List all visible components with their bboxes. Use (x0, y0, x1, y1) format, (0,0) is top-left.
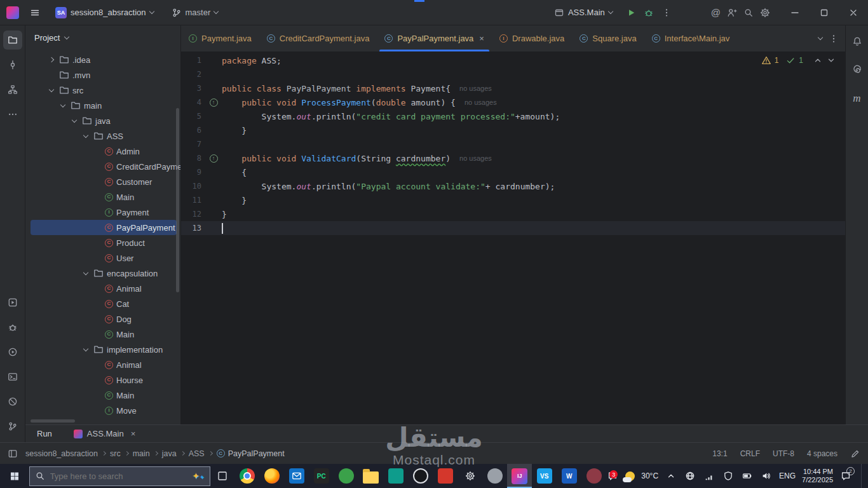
code-with-me-icon[interactable] (727, 8, 737, 18)
taskbar-app-mail[interactable] (284, 464, 309, 488)
caret-position[interactable]: 13:1 (712, 449, 727, 458)
tree-item-encapsulation[interactable]: encapsulation (25, 266, 180, 281)
edit-mode-icon[interactable] (850, 449, 860, 459)
tree-item-main[interactable]: CMain (25, 327, 180, 342)
run-tab-ass-main[interactable]: ASS.Main × (74, 429, 135, 438)
project-widget[interactable]: SA session8_absraction (50, 3, 159, 22)
tree-item-move[interactable]: IMove (25, 403, 180, 418)
tray-app-badge[interactable]: 3 (606, 468, 619, 484)
debug-tool-button[interactable] (3, 318, 22, 337)
taskbar-app-chrome[interactable] (234, 464, 259, 488)
tree-item-java[interactable]: java (25, 113, 180, 128)
search-input[interactable] (50, 471, 187, 481)
editor-tab-creditcardpayment-java[interactable]: CCreditCardPayment.java (259, 25, 377, 51)
taskbar-app-word[interactable]: W (557, 464, 581, 488)
file-encoding[interactable]: UTF-8 (773, 449, 794, 458)
previous-problem-icon[interactable] (813, 55, 823, 65)
taskbar-app-gray-app[interactable] (482, 464, 507, 488)
structure-tool-button[interactable] (3, 80, 22, 99)
debug-button[interactable] (644, 8, 654, 18)
tree-item-admin[interactable]: CAdmin (25, 144, 180, 159)
chevron-down-icon[interactable] (47, 90, 56, 92)
taskbar-app-red-app[interactable] (433, 464, 458, 488)
code-line-11[interactable]: 11 } (181, 193, 845, 207)
tree-item-animal[interactable]: CAnimal (25, 357, 180, 372)
chevron-down-icon[interactable] (70, 120, 79, 122)
tree-item-main[interactable]: CMain (25, 189, 180, 205)
taskbar-app-green-app[interactable] (334, 464, 358, 488)
code-line-10[interactable]: 10 System.out.println("Paypal account va… (181, 179, 845, 193)
start-button[interactable] (0, 464, 29, 488)
code-line-1[interactable]: 1package ASS; (181, 53, 845, 67)
chevron-right-icon[interactable] (47, 58, 56, 62)
project-panel-header[interactable]: Project (25, 25, 180, 50)
taskbar-app-intellij-idea[interactable]: IJ (507, 464, 532, 488)
tree-item-hourse[interactable]: CHourse (25, 372, 180, 388)
dependencies-button[interactable] (848, 60, 867, 79)
weather-icon[interactable] (625, 471, 635, 481)
tree-item-main[interactable]: main (25, 98, 180, 113)
taskbar-app-maroon-app[interactable] (581, 464, 606, 488)
taskbar-app-vscode[interactable]: VS (532, 464, 557, 488)
breadcrumb-paypalpayment[interactable]: CPayPalPayment (217, 449, 285, 458)
at-sign-icon[interactable]: @ (711, 8, 721, 17)
services-tool-button[interactable] (3, 342, 22, 362)
problems-tool-button[interactable] (3, 392, 22, 411)
tree-item-product[interactable]: CProduct (25, 235, 180, 250)
battery-icon[interactable] (741, 468, 754, 484)
main-menu-button[interactable] (24, 3, 46, 22)
code-line-2[interactable]: 2 (181, 67, 845, 81)
more-actions-button[interactable] (661, 8, 672, 18)
project-tool-button[interactable] (3, 30, 22, 50)
editor-tab-payment-java[interactable]: IPayment.java (181, 25, 259, 51)
network-globe-icon[interactable] (684, 468, 696, 484)
taskbar-app-obs-studio[interactable] (408, 464, 433, 488)
show-desktop-strip[interactable] (861, 464, 864, 488)
code-line-6[interactable]: 6 } (181, 123, 845, 137)
settings-gear-icon[interactable] (760, 8, 770, 18)
code-line-9[interactable]: 9 { (181, 165, 845, 179)
maven-tool-button[interactable]: m (848, 89, 867, 108)
tree-item-user[interactable]: CUser (25, 250, 180, 266)
chevron-down-icon[interactable] (81, 273, 90, 274)
next-problem-icon[interactable] (826, 55, 836, 65)
taskbar-app-teal-app[interactable] (383, 464, 408, 488)
breadcrumb-src[interactable]: src (110, 449, 121, 458)
tree-item-cat[interactable]: CCat (25, 296, 180, 311)
tree-item-src[interactable]: src (25, 83, 180, 98)
implement-method-gutter-icon[interactable]: ↑ (205, 154, 222, 163)
keyboard-language[interactable]: ENG (779, 471, 796, 480)
tree-item-implementation[interactable]: implementation (25, 342, 180, 357)
code-line-4[interactable]: 4↑ public void ProcessPayment(double amo… (181, 95, 845, 109)
run-tool-button[interactable] (3, 293, 22, 312)
maximize-button[interactable] (810, 0, 839, 25)
taskbar-app-settings[interactable] (458, 464, 482, 488)
code-editor[interactable]: 1package ASS;23public class PayPalPaymen… (181, 52, 845, 424)
more-tools-button[interactable] (3, 105, 22, 124)
commit-tool-button[interactable] (3, 55, 22, 74)
tree-item-customer[interactable]: CCustomer (25, 174, 180, 189)
search-everywhere-icon[interactable] (743, 8, 754, 18)
tool-window-widget-icon[interactable] (8, 449, 18, 459)
taskbar-search[interactable]: ✦✦ (29, 466, 210, 486)
breadcrumb-java[interactable]: java (162, 449, 177, 458)
code-line-3[interactable]: 3public class PayPalPayment implements P… (181, 81, 845, 95)
chevron-down-icon[interactable] (81, 349, 90, 351)
close-button[interactable] (839, 0, 868, 25)
run-button[interactable] (626, 8, 636, 18)
security-shield-icon[interactable] (722, 468, 735, 484)
tab-options-icon[interactable] (829, 34, 839, 44)
implement-method-gutter-icon[interactable]: ↑ (205, 98, 222, 107)
signal-icon[interactable] (703, 468, 715, 484)
hidden-tabs-chevron-icon[interactable] (818, 35, 823, 40)
code-line-8[interactable]: 8↑ public void ValidatCard(String cardnu… (181, 151, 845, 165)
breadcrumb-ass[interactable]: ASS (189, 449, 205, 458)
chevron-down-icon[interactable] (81, 135, 90, 137)
hidden-icons-button[interactable] (665, 468, 677, 484)
editor-tab-square-java[interactable]: CSquare.java (572, 25, 644, 51)
code-line-7[interactable]: 7 (181, 137, 845, 151)
tree-item-.mvn[interactable]: .mvn (25, 67, 180, 83)
tree-horizontal-scrollbar[interactable] (31, 419, 75, 423)
close-tab-icon[interactable]: × (479, 34, 484, 43)
task-view-button[interactable] (210, 464, 235, 488)
